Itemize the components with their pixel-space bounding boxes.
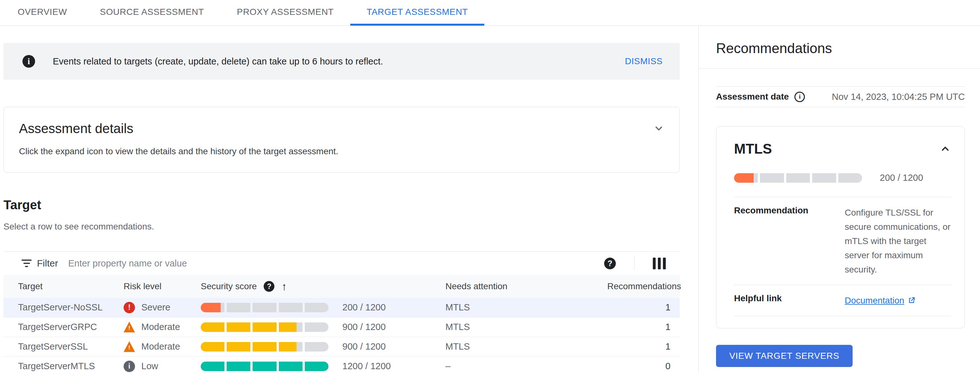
severe-risk-icon: ! xyxy=(124,302,135,313)
dismiss-button[interactable]: DISMISS xyxy=(625,56,663,67)
filter-input[interactable] xyxy=(68,258,604,269)
assessment-date-row: Assessment date i Nov 14, 2023, 10:04:25… xyxy=(716,86,965,107)
security-score-value: 1200 / 1200 xyxy=(342,361,445,371)
helpful-link-label: Helpful link xyxy=(734,293,845,308)
needs-attention-value: MTLS xyxy=(445,302,607,313)
table-header: Target Risk level Security score ? ↑ Nee… xyxy=(3,275,680,298)
column-header-risk-level: Risk level xyxy=(124,281,201,292)
tab-source-assessment[interactable]: SOURCE ASSESSMENT xyxy=(83,0,220,25)
tab-proxy-assessment[interactable]: PROXY ASSESSMENT xyxy=(220,0,350,25)
low-risk-icon: i xyxy=(124,361,135,372)
table-row[interactable]: TargetServerMTLS i Low 1200 / 1200 – 0 xyxy=(3,357,680,373)
security-score-value: 900 / 1200 xyxy=(342,322,445,332)
assessment-details-card: Assessment details Click the expand icon… xyxy=(3,107,680,173)
info-banner: i Events related to targets (create, upd… xyxy=(3,43,680,80)
security-score-help-icon[interactable]: ? xyxy=(264,281,274,292)
mtls-score-bar xyxy=(734,173,862,183)
documentation-link[interactable]: Documentation xyxy=(845,293,916,308)
recommendation-row: Recommendation Configure TLS/SSL for sec… xyxy=(734,197,951,285)
filter-label: Filter xyxy=(37,258,58,269)
security-score-bar xyxy=(201,342,328,351)
risk-label: Moderate xyxy=(141,341,180,352)
security-score-label: Security score xyxy=(201,281,257,292)
tab-target-assessment[interactable]: TARGET ASSESSMENT xyxy=(350,0,485,25)
risk-label: Moderate xyxy=(141,322,180,332)
target-name: TargetServerMTLS xyxy=(18,361,124,371)
recommendation-label: Recommendation xyxy=(734,205,845,276)
recommendations-count: 1 xyxy=(607,322,670,332)
recommendations-count: 0 xyxy=(607,361,670,371)
recommendations-count: 1 xyxy=(607,341,670,352)
column-header-needs-attention: Needs attention xyxy=(445,281,607,292)
info-icon: i xyxy=(22,55,35,68)
target-name: TargetServer-NoSSL xyxy=(18,302,124,313)
tab-overview[interactable]: OVERVIEW xyxy=(1,0,83,25)
chevron-up-icon[interactable] xyxy=(939,143,951,155)
needs-attention-value: MTLS xyxy=(445,322,607,332)
assessment-details-caption: Click the expand icon to view the detail… xyxy=(19,146,664,157)
assessment-date-value: Nov 14, 2023, 10:04:25 PM UTC xyxy=(832,92,965,102)
mtls-card-title: MTLS xyxy=(734,141,772,157)
moderate-risk-icon: ! xyxy=(124,341,135,352)
table-row[interactable]: TargetServer-NoSSL ! Severe 200 / 1200 M… xyxy=(3,298,680,317)
needs-attention-value: MTLS xyxy=(445,341,607,352)
target-table: Filter ? Target Risk level Security scor… xyxy=(3,251,680,373)
security-score-value: 200 / 1200 xyxy=(342,302,445,313)
documentation-link-text: Documentation xyxy=(845,293,904,308)
view-target-servers-button[interactable]: VIEW TARGET SERVERS xyxy=(716,345,853,367)
table-row[interactable]: TargetServerSSL ! Moderate 900 / 1200 MT… xyxy=(3,337,680,357)
toolbar-divider xyxy=(634,256,635,271)
column-header-recommendations: Recommendations xyxy=(607,281,670,292)
external-link-icon xyxy=(907,296,916,305)
chevron-down-icon[interactable] xyxy=(653,122,665,134)
assessment-details-title: Assessment details xyxy=(19,121,664,136)
moderate-risk-icon: ! xyxy=(124,321,135,333)
filter-icon xyxy=(21,260,32,267)
filter-toolbar: Filter ? xyxy=(3,252,680,275)
target-section-title: Target xyxy=(3,198,680,212)
target-name: TargetServerGRPC xyxy=(18,322,124,332)
table-row[interactable]: TargetServerGRPC ! Moderate 900 / 1200 M… xyxy=(3,317,680,337)
security-score-bar xyxy=(201,303,328,312)
target-assessment-main: i Events related to targets (create, upd… xyxy=(0,26,698,373)
assessment-tabbar: OVERVIEW SOURCE ASSESSMENT PROXY ASSESSM… xyxy=(0,0,980,26)
column-display-icon[interactable] xyxy=(653,258,666,269)
security-score-value: 900 / 1200 xyxy=(342,341,445,352)
recommendations-title: Recommendations xyxy=(716,40,965,56)
mtls-recommendation-card: MTLS 200 / 1200 Recommendation Configure… xyxy=(716,126,965,329)
column-header-target: Target xyxy=(18,281,124,292)
target-name: TargetServerSSL xyxy=(18,341,124,352)
risk-label: Severe xyxy=(141,302,170,313)
security-score-bar xyxy=(201,322,328,332)
target-table-body: TargetServer-NoSSL ! Severe 200 / 1200 M… xyxy=(3,298,680,373)
filter-help-icon[interactable]: ? xyxy=(604,258,616,269)
assessment-date-label: Assessment date xyxy=(716,92,789,102)
column-header-security-score[interactable]: Security score ? ↑ xyxy=(201,281,342,292)
recommendation-text: Configure TLS/SSL for secure communicati… xyxy=(845,205,951,276)
assessment-date-info-icon[interactable]: i xyxy=(794,92,805,102)
mtls-score-value: 200 / 1200 xyxy=(880,173,923,183)
target-section-caption: Select a row to see recommendations. xyxy=(3,222,680,232)
recommendations-count: 1 xyxy=(607,302,670,313)
banner-message: Events related to targets (create, updat… xyxy=(53,56,383,67)
sort-ascending-icon[interactable]: ↑ xyxy=(282,281,287,292)
recommendations-panel: Recommendations Assessment date i Nov 14… xyxy=(698,26,980,373)
helpful-link-row: Helpful link Documentation xyxy=(734,285,951,316)
risk-label: Low xyxy=(141,361,158,371)
needs-attention-value: – xyxy=(445,361,607,371)
security-score-bar xyxy=(201,362,328,371)
